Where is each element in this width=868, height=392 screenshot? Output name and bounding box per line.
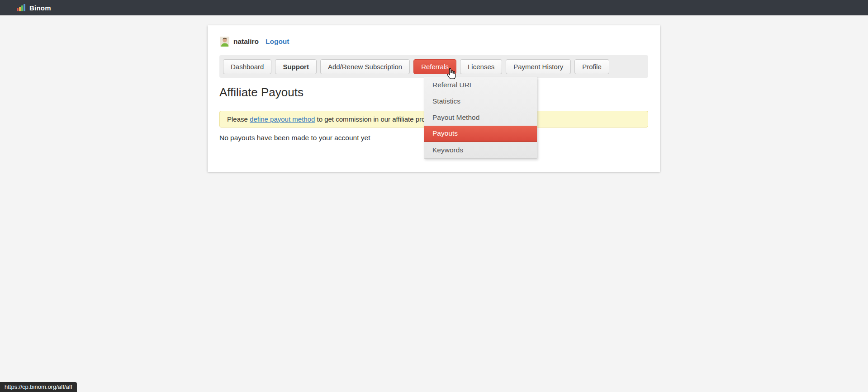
define-payout-method-link[interactable]: define payout method (250, 115, 315, 123)
empty-payouts-message: No payouts have been made to your accoun… (219, 134, 370, 142)
notice-text-prefix: Please (227, 115, 250, 123)
dropdown-item-referral-url[interactable]: Referral URL (424, 77, 537, 93)
user-row: nataliro Logout (220, 37, 289, 47)
nav-add-renew-subscription-button[interactable]: Add/Renew Subscription (320, 59, 410, 74)
dropdown-item-payout-method[interactable]: Payout Method (424, 109, 537, 126)
dropdown-item-keywords[interactable]: Keywords (424, 142, 537, 158)
top-bar: Binom (0, 0, 868, 15)
user-avatar-icon (220, 37, 229, 47)
status-url: https://cp.binom.org/aff/aff (5, 383, 72, 390)
nav-profile-button[interactable]: Profile (574, 59, 609, 74)
browser-status-bar: https://cp.binom.org/aff/aff (0, 382, 77, 392)
bar-chart-logo-icon (17, 4, 25, 11)
logout-link[interactable]: Logout (266, 38, 289, 46)
nav-dashboard-button[interactable]: Dashboard (223, 59, 271, 74)
nav-licenses-button[interactable]: Licenses (460, 59, 502, 74)
notice-text-suffix: to get commission in our affiliate progr… (315, 115, 441, 123)
nav-referrals-button[interactable]: Referrals (413, 59, 456, 74)
nav-payment-history-button[interactable]: Payment History (506, 59, 571, 74)
nav-support-button[interactable]: Support (275, 59, 317, 74)
brand-name: Binom (29, 4, 51, 12)
referrals-dropdown-menu: Referral URL Statistics Payout Method Pa… (424, 77, 537, 159)
dropdown-item-statistics[interactable]: Statistics (424, 93, 537, 109)
user-name: nataliro (233, 38, 259, 46)
page-title: Affiliate Payouts (219, 85, 304, 99)
nav-bar: Dashboard Support Add/Renew Subscription… (219, 55, 648, 78)
dropdown-item-payouts[interactable]: Payouts (424, 126, 537, 142)
brand-link[interactable]: Binom (17, 4, 51, 12)
